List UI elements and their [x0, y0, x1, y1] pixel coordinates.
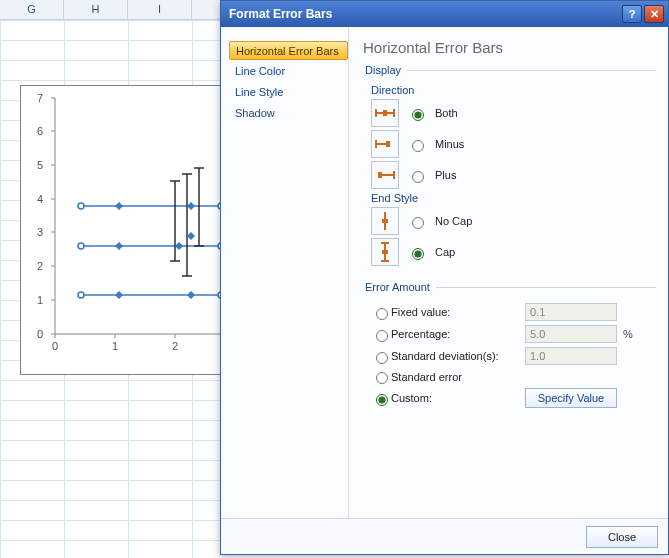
amount-fixed-input[interactable]: [525, 303, 617, 321]
svg-text:2: 2: [37, 260, 43, 272]
display-legend: Display: [363, 64, 407, 76]
display-group: Display Direction Both Minus: [363, 64, 656, 271]
amount-fixed-label: Fixed value:: [391, 306, 519, 318]
amount-custom-radio[interactable]: [376, 394, 388, 406]
direction-plus-icon[interactable]: [371, 161, 399, 189]
svg-text:2: 2: [172, 340, 178, 352]
dialog-titlebar[interactable]: Format Error Bars ? ✕: [221, 1, 668, 27]
direction-minus-label: Minus: [435, 138, 464, 150]
svg-rect-57: [382, 250, 388, 254]
svg-text:1: 1: [37, 294, 43, 306]
amount-stddev-radio[interactable]: [376, 352, 388, 364]
percent-sign: %: [623, 328, 635, 340]
column-head-i[interactable]: I: [128, 0, 192, 19]
amount-fixed-radio[interactable]: [376, 308, 388, 320]
help-button[interactable]: ?: [622, 5, 642, 23]
column-head-h[interactable]: H: [64, 0, 128, 19]
endstyle-cap-icon[interactable]: [371, 238, 399, 266]
nav-line-style[interactable]: Line Style: [229, 83, 348, 102]
svg-point-31: [78, 203, 84, 209]
direction-minus-icon[interactable]: [371, 130, 399, 158]
embedded-chart[interactable]: 0 1 2 3 4 5 6 7 0 1 2: [20, 85, 225, 375]
direction-label: Direction: [371, 84, 656, 96]
svg-text:7: 7: [37, 92, 43, 104]
svg-rect-53: [382, 219, 388, 223]
amount-percentage-input[interactable]: [525, 325, 617, 343]
svg-text:6: 6: [37, 125, 43, 137]
amount-stddev-label: Standard deviation(s):: [391, 350, 519, 362]
svg-text:0: 0: [37, 328, 43, 340]
endstyle-nocap-label: No Cap: [435, 215, 472, 227]
amount-custom-label: Custom:: [391, 392, 519, 404]
amount-stderr-label: Standard error: [391, 371, 519, 383]
svg-point-25: [78, 292, 84, 298]
category-nav: Horizontal Error Bars Line Color Line St…: [221, 27, 349, 518]
error-amount-group: Error Amount Fixed value: Percentage: % …: [363, 281, 656, 414]
svg-text:1: 1: [112, 340, 118, 352]
svg-text:3: 3: [37, 226, 43, 238]
specify-value-button[interactable]: Specify Value: [525, 388, 617, 408]
dialog-footer: Close: [221, 518, 668, 554]
options-pane: Horizontal Error Bars Display Direction …: [349, 27, 668, 518]
amount-percentage-radio[interactable]: [376, 330, 388, 342]
endstyle-cap-label: Cap: [435, 246, 455, 258]
close-icon: ✕: [650, 8, 659, 21]
svg-text:5: 5: [37, 159, 43, 171]
direction-both-icon[interactable]: [371, 99, 399, 127]
help-icon: ?: [629, 8, 636, 20]
direction-plus-radio[interactable]: [412, 171, 424, 183]
direction-minus-radio[interactable]: [412, 140, 424, 152]
amount-stddev-input[interactable]: [525, 347, 617, 365]
svg-text:4: 4: [37, 193, 43, 205]
error-amount-legend: Error Amount: [363, 281, 436, 293]
svg-rect-45: [383, 110, 387, 116]
endstyle-label: End Style: [371, 192, 656, 204]
direction-plus-label: Plus: [435, 169, 456, 181]
svg-text:0: 0: [52, 340, 58, 352]
pane-title: Horizontal Error Bars: [363, 39, 656, 56]
amount-percentage-label: Percentage:: [391, 328, 519, 340]
nav-shadow[interactable]: Shadow: [229, 104, 348, 123]
nav-horizontal-error-bars[interactable]: Horizontal Error Bars: [229, 41, 348, 60]
direction-both-radio[interactable]: [412, 109, 424, 121]
close-button[interactable]: Close: [586, 526, 658, 548]
format-error-bars-dialog: Format Error Bars ? ✕ Horizontal Error B…: [220, 0, 669, 555]
svg-point-28: [78, 243, 84, 249]
endstyle-nocap-icon[interactable]: [371, 207, 399, 235]
svg-rect-49: [378, 172, 382, 178]
endstyle-cap-radio[interactable]: [412, 248, 424, 260]
dialog-title: Format Error Bars: [229, 7, 622, 21]
direction-both-label: Both: [435, 107, 458, 119]
window-close-button[interactable]: ✕: [644, 5, 664, 23]
column-head-g[interactable]: G: [0, 0, 64, 19]
nav-line-color[interactable]: Line Color: [229, 62, 348, 81]
svg-rect-48: [386, 141, 390, 147]
endstyle-nocap-radio[interactable]: [412, 217, 424, 229]
amount-stderr-radio[interactable]: [376, 372, 388, 384]
